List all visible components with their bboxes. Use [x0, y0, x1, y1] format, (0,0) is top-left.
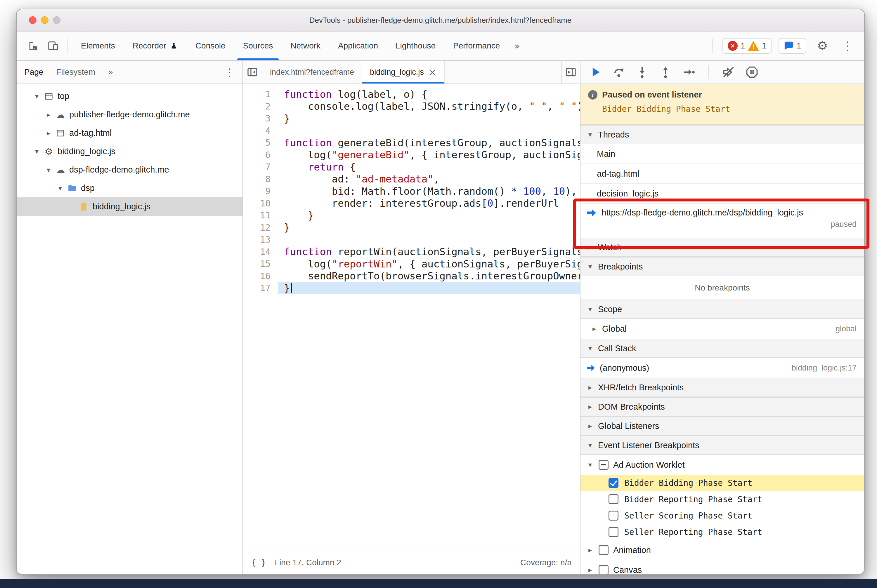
pause-on-exceptions-button[interactable]	[745, 65, 759, 79]
tab-page[interactable]: Page	[24, 68, 43, 77]
checkbox-indeterminate[interactable]	[599, 460, 609, 470]
close-window-button[interactable]	[29, 16, 36, 24]
call-stack-frame[interactable]: (anonymous) bidding_logic.js:17	[581, 358, 864, 378]
file-icon	[77, 202, 90, 212]
thread-row-main[interactable]: Main	[581, 144, 864, 164]
console-status-badge[interactable]: × 1 1	[722, 38, 772, 54]
event-listener-breakpoints-section-header[interactable]: ▾ Event Listener Breakpoints	[581, 436, 864, 455]
tab-performance[interactable]: Performance	[444, 32, 508, 60]
tab-network[interactable]: Network	[281, 32, 329, 60]
listener-seller-scoring-phase-start[interactable]: Seller Scoring Phase Start	[581, 507, 864, 524]
checkbox-unchecked[interactable]	[599, 565, 609, 574]
tree-item-top[interactable]: ▾top	[17, 87, 242, 105]
scope-global-row[interactable]: ▸ Global global	[581, 319, 864, 339]
triangle-right-icon: ▸	[590, 325, 598, 333]
minimize-window-button[interactable]	[41, 16, 48, 24]
tab-elements[interactable]: Elements	[72, 32, 124, 60]
pretty-print-button[interactable]: { }	[251, 558, 266, 568]
more-panels-button[interactable]: »	[510, 41, 524, 51]
preview-panel-button[interactable]	[561, 61, 580, 84]
tab-filesystem[interactable]: Filesystem	[56, 68, 95, 77]
checkbox-unchecked[interactable]	[609, 527, 618, 537]
thread-row-ad-tag-html[interactable]: ad-tag.html	[581, 164, 864, 184]
code-line-content: ad: "ad-metadata",	[278, 173, 580, 185]
code-line-4[interactable]: 4	[243, 124, 580, 137]
flask-icon	[170, 42, 178, 50]
breakpoints-section-header[interactable]: ▾ Breakpoints	[581, 257, 864, 276]
tab-console[interactable]: Console	[187, 32, 234, 60]
triangle-right-icon[interactable]: ▸	[43, 129, 54, 137]
xhr-breakpoints-section-header[interactable]: ▸ XHR/fetch Breakpoints	[581, 378, 864, 397]
thread-row-paused[interactable]: https://dsp-fledge-demo.glitch.me/dsp/bi…	[581, 204, 864, 238]
zoom-window-button[interactable]	[53, 16, 60, 24]
tab-sources[interactable]: Sources	[234, 32, 282, 60]
tree-item-bidding-logic-js[interactable]: bidding_logic.js	[17, 197, 242, 216]
watch-section-header[interactable]: ▸ Watch	[581, 238, 864, 257]
checkbox-unchecked[interactable]	[609, 511, 618, 520]
tab-recorder[interactable]: Recorder	[124, 32, 187, 60]
listener-bidder-reporting-phase-start[interactable]: Bidder Reporting Phase Start	[581, 491, 864, 507]
code-line-10[interactable]: 10 render: interestGroup.ads[0].renderUr…	[243, 197, 580, 210]
tab-lighthouse[interactable]: Lighthouse	[387, 32, 444, 60]
call-stack-section-header[interactable]: ▾ Call Stack	[581, 339, 864, 358]
triangle-right-icon[interactable]: ▸	[43, 111, 54, 119]
code-line-2[interactable]: 2 console.log(label, JSON.stringify(o, "…	[243, 100, 580, 113]
resume-button[interactable]	[589, 65, 602, 79]
code-line-9[interactable]: 9 bid: Math.floor(Math.random() * 100, 1…	[243, 185, 580, 197]
triangle-down-icon[interactable]: ▾	[31, 147, 42, 156]
listener-group-animation[interactable]: ▸Animation	[581, 540, 864, 560]
close-tab-icon[interactable]: ×	[429, 68, 436, 77]
triangle-down-icon[interactable]: ▾	[55, 184, 66, 192]
tree-item-ad-tag-html[interactable]: ▸ad-tag.html	[17, 124, 242, 142]
checkbox-checked[interactable]	[609, 478, 618, 488]
issues-badge[interactable]: 1	[779, 38, 806, 54]
code-line-13[interactable]: 13	[243, 234, 580, 246]
listener-group-ad-auction-worklet[interactable]: ▾Ad Auction Worklet	[581, 455, 864, 475]
code-line-7[interactable]: 7 return {	[243, 161, 580, 173]
editor-tab-bidding-logic-js[interactable]: bidding_logic.js×	[362, 61, 444, 84]
devtools-menu-button[interactable]: ⋮	[838, 36, 857, 55]
listener-seller-reporting-phase-start[interactable]: Seller Reporting Phase Start	[581, 524, 864, 540]
checkbox-unchecked[interactable]	[609, 494, 618, 504]
code-line-6[interactable]: 6 log("generateBid", { interestGroup, au…	[243, 149, 580, 161]
triangle-down-icon[interactable]: ▾	[43, 166, 54, 174]
code-line-14[interactable]: 14function reportWin(auctionSignals, per…	[243, 246, 580, 258]
settings-button[interactable]: ⚙	[813, 36, 832, 55]
more-navigator-tabs-button[interactable]: »	[108, 68, 113, 77]
tree-item-bidding-logic-js[interactable]: ▾⚙bidding_logic.js	[17, 142, 242, 160]
code-line-8[interactable]: 8 ad: "ad-metadata",	[243, 173, 580, 185]
code-editor[interactable]: 1function log(label, o) {2 console.log(l…	[243, 84, 580, 550]
deactivate-breakpoints-button[interactable]	[722, 65, 735, 79]
step-out-button[interactable]	[659, 65, 672, 79]
code-line-11[interactable]: 11 }	[243, 209, 580, 222]
step-button[interactable]	[682, 65, 696, 79]
tree-item-publisher-fledge-demo-glitch-me[interactable]: ▸☁publisher-fledge-demo.glitch.me	[17, 105, 242, 124]
code-line-15[interactable]: 15 log("reportWin", { auctionSignals, pe…	[243, 258, 580, 270]
coverage-status[interactable]: Coverage: n/a	[520, 558, 572, 567]
navigator-menu-button[interactable]: ⋮	[224, 66, 235, 78]
tree-item-dsp-fledge-demo-glitch-me[interactable]: ▾☁dsp-fledge-demo.glitch.me	[17, 160, 242, 179]
inspect-element-button[interactable]	[24, 36, 42, 55]
code-line-5[interactable]: 5function generateBid(interestGroup, auc…	[243, 136, 580, 149]
triangle-down-icon[interactable]: ▾	[31, 92, 42, 100]
tree-item-dsp[interactable]: ▾dsp	[17, 179, 242, 197]
editor-tab-index-html-fencedframe[interactable]: index.html?fencedframe	[262, 61, 362, 84]
global-listeners-section-header[interactable]: ▸ Global Listeners	[581, 416, 864, 436]
code-line-17[interactable]: 17}	[243, 282, 580, 294]
code-line-3[interactable]: 3}	[243, 112, 580, 124]
code-line-16[interactable]: 16 sendReportTo(browserSignals.interestG…	[243, 270, 580, 282]
toggle-device-toolbar-button[interactable]	[44, 36, 62, 55]
tab-application[interactable]: Application	[329, 32, 387, 60]
code-line-1[interactable]: 1function log(label, o) {	[243, 88, 580, 100]
threads-section-header[interactable]: ▾ Threads	[581, 125, 864, 144]
code-line-12[interactable]: 12}	[243, 222, 580, 234]
listener-bidder-bidding-phase-start[interactable]: Bidder Bidding Phase Start	[581, 475, 864, 491]
listener-group-canvas[interactable]: ▸Canvas	[581, 560, 864, 574]
scope-section-header[interactable]: ▾ Scope	[581, 300, 864, 319]
step-into-button[interactable]	[635, 65, 649, 79]
checkbox-unchecked[interactable]	[599, 545, 609, 555]
thread-row-decision-logic-js[interactable]: decision_logic.js	[581, 184, 864, 204]
step-over-button[interactable]	[612, 65, 626, 79]
hide-navigator-button[interactable]	[243, 61, 262, 84]
dom-breakpoints-section-header[interactable]: ▸ DOM Breakpoints	[581, 397, 864, 416]
